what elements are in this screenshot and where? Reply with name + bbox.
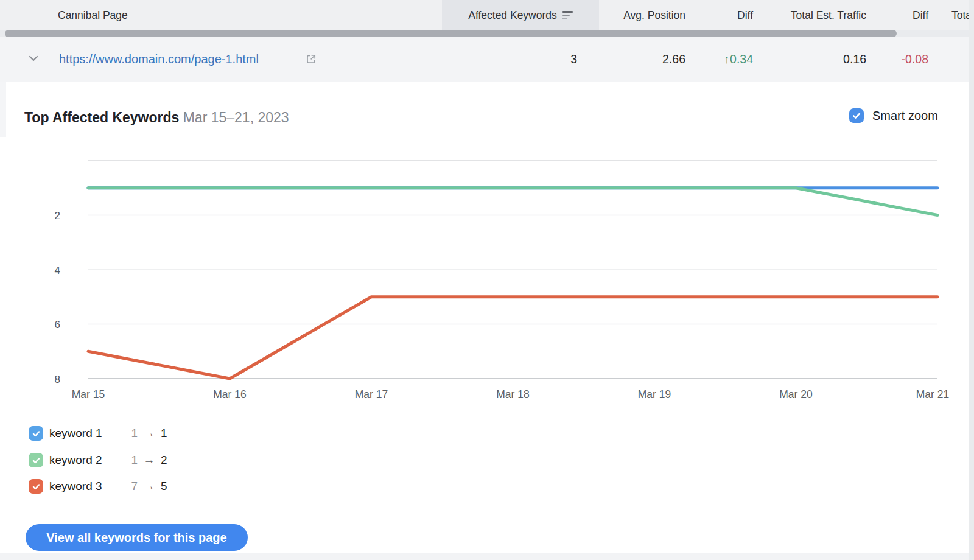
line-series-keyword-2 <box>88 188 937 215</box>
table-header: Cannibal Page Affected Keywords Avg. Pos… <box>0 0 969 30</box>
column-header-cannibal-page[interactable]: Cannibal Page <box>58 0 128 30</box>
chevron-down-icon[interactable] <box>27 53 40 64</box>
arrow-right-icon: → <box>138 480 161 493</box>
cell-total-est-traffic: 0.16 <box>753 37 866 82</box>
x-axis-tick: Mar 16 <box>213 388 246 401</box>
smart-zoom-checkbox[interactable] <box>849 108 864 123</box>
x-axis-tick: Mar 19 <box>638 388 671 401</box>
x-axis-tick: Mar 18 <box>496 388 529 401</box>
y-axis-tick: 4 <box>55 265 60 276</box>
cannibal-page-link[interactable]: https://www.domain.com/page-1.html <box>59 37 259 82</box>
cell-traffic-diff: -0.08 <box>866 37 928 82</box>
cell-avg-position: 2.66 <box>592 37 685 82</box>
panel-date-range: Mar 15–21, 2023 <box>183 110 289 125</box>
legend-start-position: 7 <box>113 480 138 493</box>
y-axis-tick: 8 <box>55 374 60 385</box>
column-header-total-est-traffic[interactable]: Total Est. Traffic <box>753 0 866 30</box>
vertical-scrollbar-track[interactable] <box>969 0 974 560</box>
legend-label: keyword 3 <box>49 480 113 493</box>
column-header-position-diff[interactable]: Diff <box>685 0 753 30</box>
line-series-keyword-3 <box>88 297 937 379</box>
smart-zoom-toggle[interactable]: Smart zoom <box>849 108 938 123</box>
panel-title: Top Affected Keywords Mar 15–21, 2023 <box>24 108 289 127</box>
legend-end-position: 5 <box>161 480 167 493</box>
panel-title-text: Top Affected Keywords <box>24 110 179 125</box>
keyword-1-checkbox[interactable] <box>29 426 43 441</box>
smart-zoom-label: Smart zoom <box>872 108 938 123</box>
legend-end-position: 1 <box>161 427 167 440</box>
keyword-2-checkbox[interactable] <box>29 453 43 467</box>
legend-start-position: 1 <box>113 427 138 440</box>
checkmark-icon <box>32 482 41 491</box>
legend-label: keyword 1 <box>49 427 113 440</box>
y-axis-tick: 2 <box>55 210 60 222</box>
column-header-affected-keywords-label: Affected Keywords <box>468 9 557 22</box>
arrow-right-icon: → <box>138 453 161 467</box>
x-axis-tick: Mar 15 <box>72 388 105 401</box>
next-row-strip <box>0 553 969 560</box>
cell-affected-keywords: 3 <box>442 37 577 82</box>
checkmark-icon <box>852 111 861 121</box>
horizontal-scrollbar-thumb[interactable] <box>5 30 897 37</box>
y-axis-tick: 6 <box>55 319 60 331</box>
checkmark-icon <box>32 429 41 438</box>
view-all-keywords-button[interactable]: View all keywords for this page <box>26 524 248 551</box>
cell-position-diff: ↑0.34 <box>685 37 753 82</box>
table-row: https://www.domain.com/page-1.html 3 2.6… <box>0 37 969 82</box>
legend-start-position: 1 <box>113 453 138 467</box>
legend-item-keyword-3[interactable]: keyword 3 7 → 5 <box>29 479 167 494</box>
external-link-icon[interactable] <box>306 54 317 65</box>
sort-descending-icon <box>562 11 573 19</box>
legend-item-keyword-2[interactable]: keyword 2 1 → 2 <box>29 453 167 467</box>
x-axis-tick: Mar 17 <box>355 388 388 401</box>
checkmark-icon <box>32 456 41 465</box>
keyword-3-checkbox[interactable] <box>29 479 43 494</box>
position-trend-chart: 2468Mar 15Mar 16Mar 17Mar 18Mar 19Mar 20… <box>0 146 974 408</box>
x-axis-tick: Mar 21 <box>916 388 949 401</box>
legend-item-keyword-1[interactable]: keyword 1 1 → 1 <box>29 426 167 441</box>
column-header-avg-position[interactable]: Avg. Position <box>592 0 685 30</box>
legend-end-position: 2 <box>161 453 167 467</box>
x-axis-tick: Mar 20 <box>779 388 813 401</box>
legend-label: keyword 2 <box>49 453 113 467</box>
arrow-right-icon: → <box>138 427 161 440</box>
column-header-affected-keywords[interactable]: Affected Keywords <box>442 0 599 30</box>
column-header-traffic-diff[interactable]: Diff <box>866 0 928 30</box>
row-left-edge-strip <box>0 82 6 137</box>
